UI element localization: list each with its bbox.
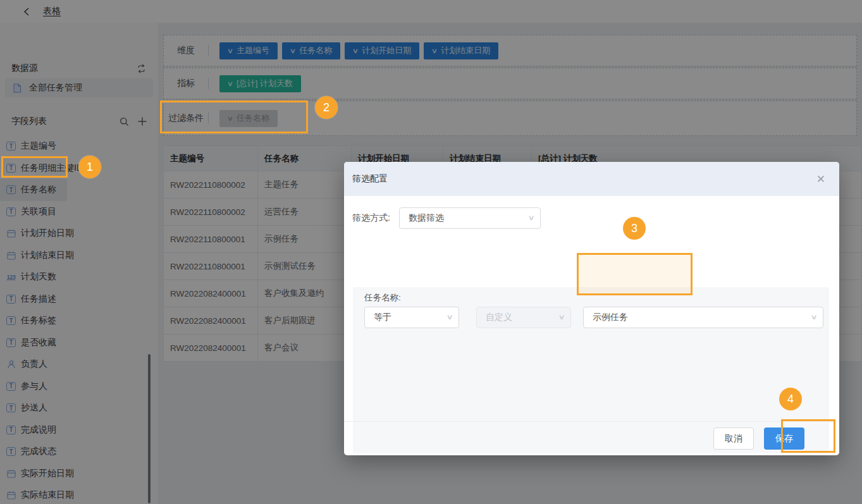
- step-1-badge: 1: [78, 156, 101, 178]
- step-1-highlight-box: [1, 156, 68, 178]
- chevron-down-icon: ∨: [810, 313, 817, 321]
- operator-select[interactable]: 等于 ∨: [364, 307, 459, 328]
- filter-method-label: 筛选方式:: [352, 212, 390, 224]
- dialog-footer: 取消 保存: [344, 421, 839, 455]
- filter-value-select[interactable]: 示例任务 ∨: [583, 307, 823, 328]
- cancel-button[interactable]: 取消: [713, 427, 754, 450]
- step-4-badge: 4: [779, 388, 802, 410]
- filter-method-select[interactable]: 数据筛选 ∨: [399, 207, 541, 229]
- dialog-title: 筛选配置: [352, 173, 388, 185]
- close-icon[interactable]: ✕: [816, 174, 825, 185]
- chevron-down-icon: ∨: [558, 313, 565, 321]
- step-4-highlight-box: [781, 419, 835, 453]
- chevron-down-icon: ∨: [446, 313, 453, 321]
- step-2-highlight-box: [160, 101, 308, 133]
- condition-field-label: 任务名称:: [364, 292, 401, 304]
- step-2-badge: 2: [315, 96, 338, 119]
- value-mode-select[interactable]: 自定义 ∨: [476, 307, 571, 328]
- step-3-highlight-box: [577, 253, 693, 295]
- chevron-down-icon: ∨: [527, 214, 534, 222]
- dialog-header: 筛选配置 ✕: [344, 162, 839, 196]
- filter-config-dialog: 筛选配置 ✕ 筛选方式: 数据筛选 ∨ 任务名称: 等于 ∨ 自定义 ∨ 示例任…: [344, 162, 839, 455]
- step-3-badge: 3: [623, 217, 646, 240]
